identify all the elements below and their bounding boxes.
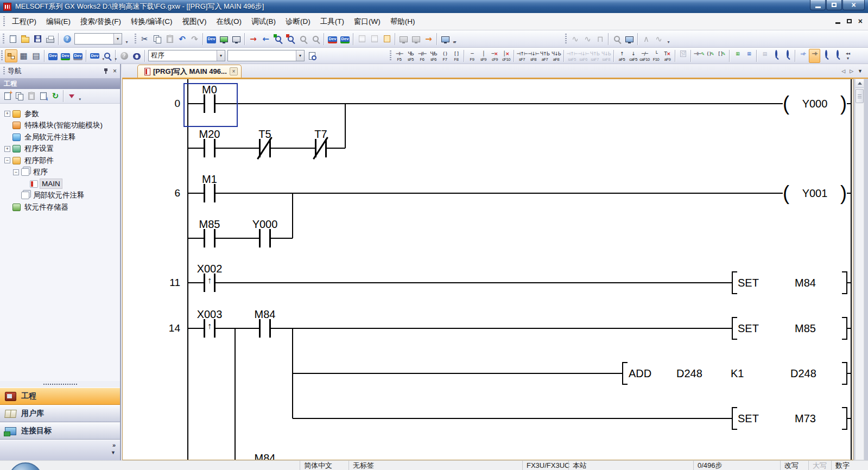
open-contact[interactable]: ⊣⊢F5 [394, 49, 405, 63]
write-to-plc[interactable]: → [247, 33, 259, 46]
menu-convert-compile[interactable]: 转换/编译(C) [126, 15, 178, 29]
horizontal-line[interactable]: ─F9 [466, 49, 478, 63]
workspace-user-library[interactable]: 用户库 [0, 405, 120, 422]
delete-line[interactable]: T×aF9 [662, 49, 673, 63]
dropdown-caret-icon[interactable]: ▾ [79, 97, 81, 101]
new-project[interactable] [7, 33, 19, 46]
ladder-contact-M20[interactable] [197, 137, 222, 159]
project-quick-combo[interactable]: ▾ [74, 33, 122, 45]
entry-data-monitor[interactable] [623, 33, 636, 46]
dropdown-caret-icon[interactable]: ▾ [453, 40, 455, 45]
device-memory-edit[interactable]: ⊞ [743, 49, 755, 63]
toolbar-overflow[interactable]: ▾ [665, 33, 672, 46]
edit-instruction[interactable]: [ ]✎ [716, 49, 727, 63]
vertical-line[interactable]: │sF9 [478, 49, 489, 63]
menu-tools[interactable]: 工具(T) [315, 15, 349, 29]
tree-item-local-device-comment[interactable]: 局部软元件注释 [0, 190, 120, 202]
ladder-symbol-display[interactable]: ⫤⊦ [797, 49, 809, 63]
menu-edit[interactable]: 编辑(E) [41, 15, 75, 29]
instruction-operand[interactable]: M84 [795, 276, 816, 289]
combo-dropdown-icon[interactable]: ▾ [217, 50, 225, 61]
delete-horizontal-line[interactable]: ─×cF9 [489, 49, 500, 63]
workspace-menu-caret[interactable]: ▼ [111, 450, 116, 455]
help-2[interactable]: ? [118, 49, 130, 62]
program-select-combo[interactable]: 程序▾ [148, 50, 225, 61]
instruction-operand[interactable]: M73 [795, 412, 816, 425]
tree-item-program[interactable]: −程序 [0, 167, 120, 179]
menu-window[interactable]: 窗口(W) [349, 15, 385, 29]
print[interactable] [44, 33, 56, 46]
restore-button[interactable] [826, 0, 842, 10]
tree-item-device-memory[interactable]: 软元件存储器 [0, 201, 120, 213]
tree-expander-icon[interactable]: − [4, 157, 10, 163]
menu-view[interactable]: 视图(V) [178, 15, 212, 29]
rising-pulse-branch[interactable]: Ч↑ЬaF7 [539, 49, 550, 63]
window-select-combo[interactable]: ▾ [227, 50, 305, 61]
ladder-instruction-ADD-D248-K1-D248[interactable]: ADD [629, 367, 651, 380]
tree-expander-icon[interactable]: − [13, 169, 19, 175]
closed-branch[interactable]: Ч∕ЬsF6 [428, 49, 439, 63]
ladder-contact-X003[interactable]: ↑ [197, 317, 222, 339]
tree-item-global-device-comment[interactable]: 全局软元件注释 [0, 131, 120, 143]
combo-dropdown-icon[interactable]: ▾ [296, 50, 304, 61]
device-display-red[interactable]: Dev [326, 33, 339, 46]
verify-with-plc[interactable] [272, 33, 284, 46]
find[interactable] [130, 49, 143, 62]
tree-item-main[interactable]: MAIN [0, 178, 120, 190]
panel-close-icon[interactable]: × [113, 67, 117, 75]
more-buttons-chevron[interactable]: » [112, 442, 116, 448]
tree-expander-icon[interactable]: + [4, 111, 10, 117]
new-item[interactable] [2, 90, 14, 103]
monitor-mode[interactable] [820, 49, 832, 63]
edit-coil[interactable]: ( )✎ [705, 49, 716, 63]
device-display[interactable]: Dev▾ [88, 49, 101, 62]
ladder-contact-M84[interactable] [252, 317, 277, 339]
rising-pulse[interactable]: ⊣↑⊢sF7 [516, 49, 528, 63]
remote-reset[interactable]: → [422, 33, 435, 46]
tree-item-special-module[interactable]: 特殊模块(智能功能模块) [0, 120, 120, 132]
buffer-memory-batch[interactable] [230, 33, 243, 46]
falling-pulse-branch[interactable]: Ч↓ЬaF8 [550, 49, 562, 63]
vertical-scrollbar[interactable] [855, 79, 864, 460]
device-reference[interactable]: Dev [72, 49, 84, 62]
function-block-selection[interactable]: ▦ [17, 49, 30, 62]
ladder-instruction-SET-M85[interactable]: SET [738, 322, 759, 335]
tree-expander-icon[interactable]: + [4, 146, 10, 152]
ladder-contact-T7[interactable] [308, 137, 333, 159]
tab-scroll-right-icon[interactable]: ▷ [850, 68, 853, 74]
device-comment-list[interactable]: Dev [47, 49, 59, 62]
workspace-connection-destination[interactable]: 连接目标 [0, 422, 120, 440]
declaration-edit[interactable] [381, 33, 393, 46]
ladder-coil-Y001[interactable]: (Y001) [783, 181, 847, 205]
device-memory-list[interactable]: Dev [59, 49, 72, 62]
ladder-contact-T5[interactable] [252, 137, 277, 159]
instruction-operand[interactable]: M85 [795, 322, 816, 335]
tab-list-icon[interactable]: ▼ [858, 68, 863, 74]
device-monitor[interactable] [218, 33, 230, 46]
menu-debug[interactable]: 调试(B) [246, 15, 281, 29]
mdi-close-icon[interactable]: × [858, 18, 863, 24]
ladder-instruction-SET-M73[interactable]: SET [738, 412, 759, 425]
menu-diagnostics[interactable]: 诊断(D) [281, 15, 315, 29]
read-from-plc[interactable]: ← [259, 33, 272, 46]
tab-close-icon[interactable]: × [230, 67, 238, 75]
remote-operation[interactable] [284, 33, 297, 46]
copy-item[interactable] [14, 90, 26, 103]
ladder-canvas[interactable]: 0M0(Y000)M20T5T76M1(Y001)M85Y00011↑X002S… [122, 79, 853, 460]
edit-cursor[interactable] [183, 83, 238, 127]
open-header[interactable] [306, 49, 318, 62]
instruction-operand[interactable]: D248 [790, 367, 816, 380]
delete-vertical-line[interactable]: │×cF10 [500, 49, 512, 63]
instruction-operand[interactable]: D248 [676, 367, 702, 380]
application-instruction[interactable]: [ ]F8 [451, 49, 462, 63]
convert-operation-results[interactable]: ↓caF5 [628, 49, 639, 63]
help[interactable]: ? [61, 33, 73, 46]
edit-contact[interactable]: ⊣⊢✎ [693, 49, 705, 63]
undo[interactable]: ↶ [176, 33, 188, 46]
tab-scroll-left-icon[interactable]: ◁ [841, 68, 845, 74]
device-comment-display[interactable]: Dev [205, 33, 218, 46]
ladder-contact-Y000[interactable] [252, 227, 277, 249]
splitter-handle[interactable] [0, 381, 120, 388]
open-branch[interactable]: ЧЬsF5 [405, 49, 416, 63]
ladder-contact-M1[interactable] [197, 182, 222, 204]
